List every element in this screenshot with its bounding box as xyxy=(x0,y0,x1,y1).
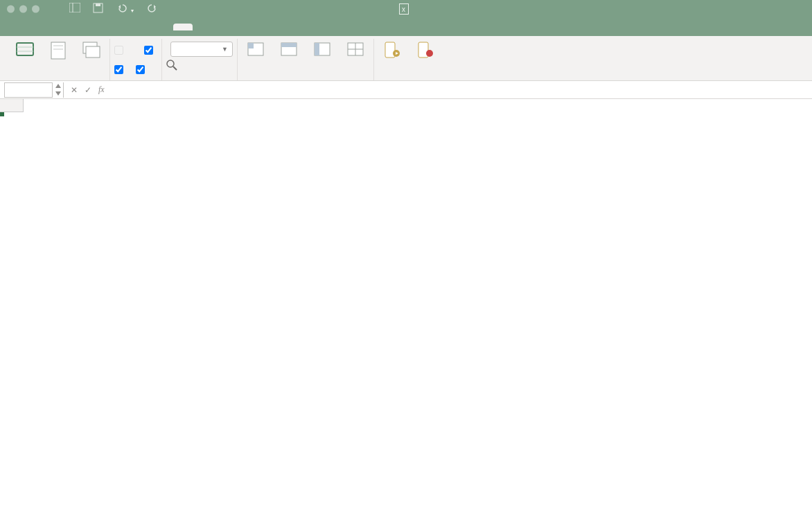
tab-home[interactable] xyxy=(12,24,32,30)
freeze-first-column-button[interactable] xyxy=(308,39,336,62)
magnifier-icon xyxy=(166,60,177,71)
quick-access-toolbar: ▾ xyxy=(69,3,159,15)
tab-developer[interactable] xyxy=(194,24,213,30)
svg-point-15 xyxy=(167,60,174,67)
group-window xyxy=(238,39,374,80)
window-zoom[interactable] xyxy=(32,5,39,12)
svg-line-16 xyxy=(173,67,177,70)
normal-icon xyxy=(15,40,35,61)
ribbon-tabs xyxy=(0,17,812,36)
tab-page-layout[interactable] xyxy=(65,24,85,30)
file-icon: x xyxy=(399,3,409,15)
zoom-select[interactable]: ▼ xyxy=(170,42,233,57)
group-workbook-views xyxy=(7,39,110,80)
formula-bar: ✕ ✓ fx xyxy=(0,81,812,99)
svg-point-29 xyxy=(426,50,433,57)
group-macros xyxy=(374,39,443,80)
freeze-top-row-icon xyxy=(279,40,299,61)
name-box-stepper[interactable] xyxy=(53,82,64,98)
cancel-icon[interactable]: ✕ xyxy=(71,85,78,95)
formula-input[interactable] xyxy=(105,82,812,98)
svg-rect-0 xyxy=(69,3,80,12)
qat-panels-icon[interactable] xyxy=(69,3,80,15)
tab-view[interactable] xyxy=(173,24,193,30)
record-macro-icon xyxy=(415,40,436,61)
svg-rect-20 xyxy=(281,43,297,47)
freeze-first-column-icon xyxy=(312,40,333,61)
normal-button[interactable] xyxy=(11,39,39,62)
headings-checkbox[interactable] xyxy=(136,62,149,76)
group-show xyxy=(110,39,162,80)
tab-data[interactable] xyxy=(121,24,140,30)
page-layout-icon xyxy=(48,40,69,61)
svg-rect-22 xyxy=(315,43,319,55)
qat-save-icon[interactable] xyxy=(93,3,103,15)
group-zoom: ▼ xyxy=(162,39,238,80)
select-all-corner[interactable] xyxy=(0,99,23,112)
custom-views-icon xyxy=(81,40,102,61)
record-macro-button[interactable] xyxy=(412,39,439,62)
window-close[interactable] xyxy=(7,5,15,12)
svg-rect-3 xyxy=(96,3,100,6)
stepper-down-icon[interactable] xyxy=(53,90,64,98)
qat-undo-icon[interactable]: ▾ xyxy=(116,3,134,15)
split-icon xyxy=(345,40,366,61)
freeze-panes-button[interactable] xyxy=(242,39,270,62)
fx-controls: ✕ ✓ fx xyxy=(71,85,105,95)
svg-rect-18 xyxy=(248,43,254,48)
ribbon-view: ▼ xyxy=(0,36,812,81)
window-minimize[interactable] xyxy=(19,5,27,12)
tab-insert[interactable] xyxy=(39,24,58,30)
custom-views-button[interactable] xyxy=(78,39,105,62)
view-macros-button[interactable] xyxy=(378,39,406,62)
svg-rect-10 xyxy=(51,42,65,59)
tab-formulas[interactable] xyxy=(94,24,114,30)
window-controls xyxy=(7,5,39,12)
split-button[interactable] xyxy=(342,39,369,62)
svg-rect-7 xyxy=(17,43,33,55)
svg-text:x: x xyxy=(402,6,405,13)
view-macros-icon xyxy=(382,40,403,61)
chevron-down-icon: ▼ xyxy=(222,46,228,53)
qat-redo-icon[interactable] xyxy=(146,3,159,15)
formula-bar-checkbox[interactable] xyxy=(144,43,157,57)
enter-icon[interactable]: ✓ xyxy=(85,85,91,95)
titlebar: ▾ x xyxy=(0,0,812,17)
ruler-checkbox[interactable] xyxy=(114,43,127,57)
window-title: x xyxy=(399,3,413,15)
name-box[interactable] xyxy=(4,82,53,98)
tab-review[interactable] xyxy=(147,24,166,30)
freeze-panes-icon xyxy=(245,40,266,61)
freeze-top-row-button[interactable] xyxy=(275,39,303,62)
zoom-to-100-button[interactable] xyxy=(166,60,182,71)
fx-icon[interactable]: fx xyxy=(98,85,105,95)
gridlines-checkbox[interactable] xyxy=(114,62,127,76)
page-layout-button[interactable] xyxy=(44,39,72,62)
svg-rect-14 xyxy=(86,46,100,57)
spreadsheet-grid[interactable] xyxy=(0,99,812,112)
stepper-up-icon[interactable] xyxy=(53,82,64,90)
